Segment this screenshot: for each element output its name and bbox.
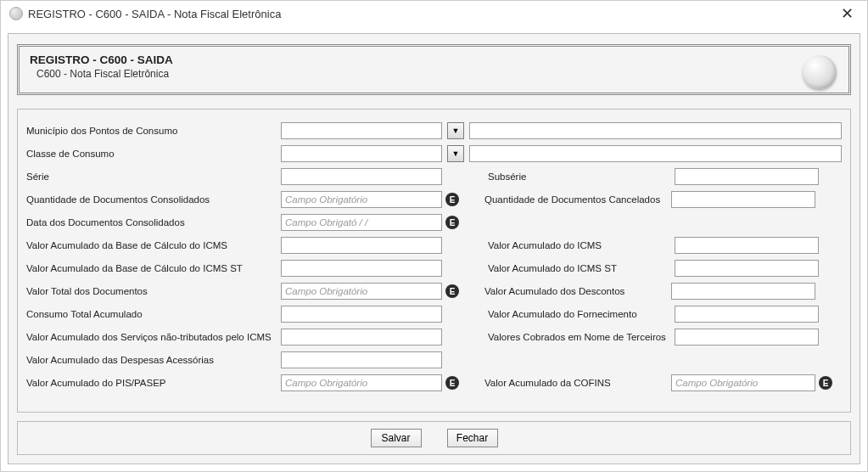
window: REGISTRO - C600 - SAIDA - Nota Fiscal El… (0, 0, 868, 472)
label-qtd-doc-cancel: Quantidade de Documentos Cancelados (484, 194, 671, 205)
vl-total-doc-input[interactable] (281, 283, 442, 300)
municipio-input[interactable] (281, 122, 442, 139)
vl-serv-nt-input[interactable] (281, 329, 442, 346)
vl-base-icms-input[interactable] (281, 237, 442, 254)
label-vl-total-doc: Valor Total dos Documentos (26, 286, 281, 296)
label-vl-fornecimento: Valor Acumulado do Fornecimento (488, 309, 675, 319)
data-doc-consol-input[interactable] (281, 214, 442, 231)
window-title: REGISTRO - C600 - SAIDA - Nota Fiscal El… (28, 8, 281, 20)
serie-input[interactable] (281, 168, 442, 185)
vl-icms-input[interactable] (675, 237, 819, 254)
consumo-total-input[interactable] (281, 306, 442, 323)
label-vl-cofins: Valor Acumulado da COFINS (484, 378, 671, 388)
required-badge-icon: E (445, 284, 459, 298)
municipio-readout[interactable] (469, 122, 842, 139)
page-title: REGISTRO - C600 - SAIDA (30, 53, 838, 66)
outer-panel: REGISTRO - C600 - SAIDA C600 - Nota Fisc… (8, 33, 860, 464)
label-qtd-doc-consol: Quantidade de Documentos Consolidados (26, 194, 281, 205)
qtd-doc-cancel-input[interactable] (671, 191, 815, 208)
label-vl-serv-nt: Valor Acumulado dos Serviços não-tributa… (26, 332, 281, 342)
label-vl-pis: Valor Acumulado do PIS/PASEP (26, 378, 281, 388)
form-box: Município dos Pontos de Consumo ▼ Classe… (17, 109, 851, 413)
label-vl-icms: Valor Acumulado do ICMS (488, 240, 675, 250)
label-vl-terceiros: Valores Cobrados em Nome de Terceiros (488, 332, 675, 342)
vl-terceiros-input[interactable] (675, 329, 819, 346)
app-icon (9, 7, 23, 20)
qtd-doc-consol-input[interactable] (281, 191, 442, 208)
chevron-down-icon: ▼ (452, 149, 460, 158)
classe-input[interactable] (281, 145, 442, 162)
label-classe: Classe de Consumo (26, 149, 281, 159)
label-municipio: Município dos Pontos de Consumo (26, 126, 281, 136)
titlebar: REGISTRO - C600 - SAIDA - Nota Fiscal El… (1, 1, 867, 26)
required-badge-icon: E (445, 193, 459, 206)
vl-cofins-input[interactable] (671, 374, 815, 391)
vl-icms-st-input[interactable] (675, 260, 819, 277)
label-consumo-total: Consumo Total Acumulado (26, 309, 281, 319)
label-vl-base-icms-st: Valor Acumulado da Base de Cálculo do IC… (26, 263, 281, 273)
label-subserie: Subsérie (488, 171, 675, 182)
chevron-down-icon: ▼ (452, 126, 460, 135)
classe-dropdown-button[interactable]: ▼ (447, 145, 464, 162)
save-button[interactable]: Salvar (371, 429, 422, 447)
vl-descontos-input[interactable] (671, 283, 815, 300)
required-badge-icon: E (445, 216, 459, 229)
close-button[interactable]: Fechar (447, 429, 498, 447)
vl-despesas-input[interactable] (281, 351, 442, 368)
municipio-dropdown-button[interactable]: ▼ (447, 122, 464, 139)
label-vl-icms-st: Valor Acumulado do ICMS ST (488, 263, 675, 273)
subserie-input[interactable] (675, 168, 819, 185)
close-icon[interactable]: ✕ (836, 4, 859, 23)
classe-readout[interactable] (469, 145, 842, 162)
vl-base-icms-st-input[interactable] (281, 260, 442, 277)
logo-icon (803, 55, 837, 89)
vl-pis-input[interactable] (281, 374, 442, 391)
label-vl-despesas: Valor Acumulado das Despesas Acessórias (26, 355, 281, 365)
button-row: Salvar Fechar (17, 421, 851, 455)
label-vl-descontos: Valor Acumulado dos Descontos (484, 286, 671, 296)
page-subtitle: C600 - Nota Fiscal Eletrônica (30, 68, 838, 80)
vl-fornecimento-input[interactable] (675, 306, 819, 323)
header-box: REGISTRO - C600 - SAIDA C600 - Nota Fisc… (17, 44, 851, 95)
required-badge-icon: E (819, 376, 832, 390)
label-data-doc-consol: Data dos Documentos Consolidados (26, 217, 281, 228)
label-serie: Série (26, 171, 281, 182)
label-vl-base-icms: Valor Acumulado da Base de Cálculo do IC… (26, 240, 281, 250)
required-badge-icon: E (445, 376, 459, 390)
